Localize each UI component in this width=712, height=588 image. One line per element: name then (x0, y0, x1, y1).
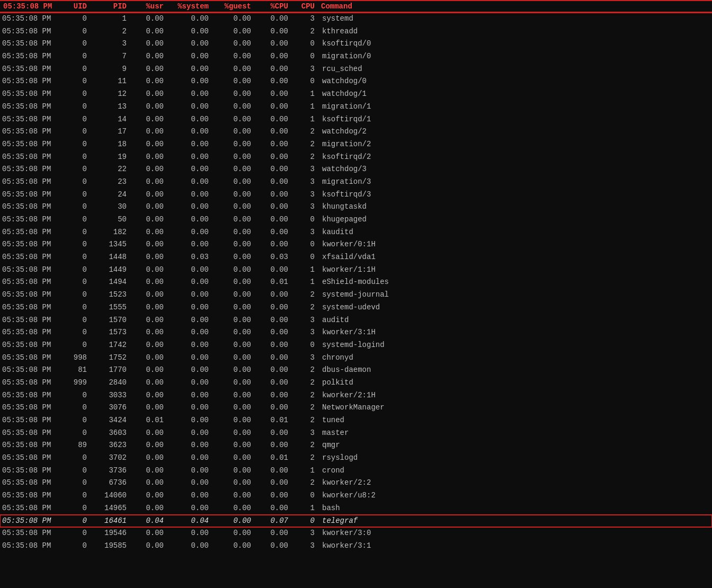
table-cell: 0.00 (130, 276, 167, 289)
table-cell: 22 (90, 163, 130, 176)
table-cell: 05:35:08 PM (0, 38, 61, 50)
table-cell: 0.00 (212, 477, 254, 489)
table-cell: khugepaged (318, 213, 712, 226)
table-cell: 0.00 (167, 12, 212, 25)
table-cell: 05:35:08 PM (0, 138, 61, 151)
table-cell: 2 (291, 377, 318, 389)
table-cell: auditd (318, 314, 712, 327)
col-header-uid: UID (61, 1, 90, 12)
table-cell: 05:35:08 PM (0, 364, 61, 377)
table-cell: 1 (90, 12, 130, 25)
table-cell: 1449 (90, 264, 130, 277)
table-cell: 0.00 (167, 452, 212, 465)
table-cell: 0.00 (212, 113, 254, 126)
table-cell: 0 (61, 251, 90, 264)
table-cell: 0.00 (212, 126, 254, 138)
table-cell: 0 (291, 38, 318, 50)
table-cell: 05:35:08 PM (0, 352, 61, 364)
table-row: 05:35:08 PM0500.000.000.000.000khugepage… (0, 213, 712, 226)
table-cell: migration/1 (318, 101, 712, 113)
table-cell: 0.00 (254, 12, 291, 25)
table-cell: 0.00 (167, 38, 212, 50)
table-cell: 0.00 (167, 289, 212, 301)
table-row: 05:35:08 PM014490.000.000.000.001kworker… (0, 264, 712, 277)
table-cell: 17 (90, 126, 130, 138)
table-cell: 0.00 (212, 38, 254, 50)
table-cell: telegraf (318, 515, 712, 528)
table-cell: 05:35:08 PM (0, 213, 61, 226)
table-cell: 05:35:08 PM (0, 489, 61, 502)
table-cell: master (318, 427, 712, 440)
table-row: 05:35:08 PM0140600.000.000.000.000kworke… (0, 489, 712, 502)
table-cell: 0.00 (167, 213, 212, 226)
table-cell: 0.00 (254, 402, 291, 414)
table-cell: 0.00 (130, 88, 167, 101)
table-cell: 0 (61, 75, 90, 88)
table-cell: 0 (291, 213, 318, 226)
table-cell: 2 (291, 138, 318, 151)
table-row: 05:35:08 PM01820.000.000.000.003kauditd (0, 226, 712, 239)
table-cell: 0 (61, 176, 90, 189)
table-cell: 0.00 (130, 465, 167, 477)
table-cell: 0.00 (212, 63, 254, 76)
table-cell: 0.00 (212, 502, 254, 515)
table-cell: 0.00 (212, 301, 254, 314)
table-cell: 05:35:08 PM (0, 452, 61, 465)
table-cell: 0.00 (254, 377, 291, 389)
table-cell: 0.00 (212, 88, 254, 101)
table-row: 05:35:08 PM067360.000.000.000.002kworker… (0, 477, 712, 489)
table-cell: 3424 (90, 414, 130, 427)
table-cell: 0.00 (254, 25, 291, 38)
table-cell: 0 (61, 502, 90, 515)
table-cell: 0 (61, 38, 90, 50)
table-cell: 05:35:08 PM (0, 238, 61, 251)
table-cell: 3736 (90, 465, 130, 477)
table-cell: 0.00 (167, 314, 212, 327)
table-cell: 1345 (90, 238, 130, 251)
table-cell: 0.00 (167, 176, 212, 189)
table-row: 05:35:08 PM036030.000.000.000.003master (0, 427, 712, 440)
table-cell: 0.00 (167, 402, 212, 414)
table-cell: 0.00 (212, 75, 254, 88)
table-cell: 0.00 (254, 213, 291, 226)
table-cell: 0.00 (254, 364, 291, 377)
table-cell: 0.00 (167, 439, 212, 452)
table-cell: NetworkManager (318, 402, 712, 414)
table-cell: 0 (61, 88, 90, 101)
table-row: 05:35:08 PM037360.000.000.000.001crond (0, 465, 712, 477)
table-cell: 0.00 (167, 226, 212, 239)
table-cell: 0.00 (130, 201, 167, 213)
table-row: 05:35:08 PM99817520.000.000.000.003chron… (0, 352, 712, 364)
table-row: 05:35:08 PM015700.000.000.000.003auditd (0, 314, 712, 327)
table-row: 05:35:08 PM0220.000.000.000.003watchdog/… (0, 163, 712, 176)
table-cell: 89 (61, 439, 90, 452)
table-cell: 0 (61, 201, 90, 213)
table-cell: 0 (61, 414, 90, 427)
col-header-pid: PID (90, 1, 130, 12)
table-cell: 0.00 (212, 515, 254, 528)
table-cell: 0 (61, 402, 90, 414)
table-cell: 0.00 (254, 50, 291, 63)
table-cell: systemd-logind (318, 339, 712, 352)
table-cell: 7 (90, 50, 130, 63)
col-header-guest: %guest (212, 1, 254, 12)
table-cell: 0.00 (212, 201, 254, 213)
table-cell: 3 (291, 12, 318, 25)
table-cell: 0 (61, 50, 90, 63)
table-cell: 3702 (90, 452, 130, 465)
table-cell: 2 (291, 151, 318, 164)
table-cell: 0 (61, 289, 90, 301)
table-cell: 0.00 (254, 163, 291, 176)
table-cell: 0.00 (130, 377, 167, 389)
table-cell: 23 (90, 176, 130, 189)
table-cell: 30 (90, 201, 130, 213)
table-cell: 0.00 (212, 238, 254, 251)
table-cell: 0.00 (167, 540, 212, 553)
table-cell: 05:35:08 PM (0, 264, 61, 277)
table-cell: 0.00 (130, 238, 167, 251)
table-cell: 3033 (90, 389, 130, 402)
table-cell: 2 (291, 389, 318, 402)
table-cell: chronyd (318, 352, 712, 364)
table-cell: 0.00 (254, 151, 291, 164)
table-cell: 0 (61, 12, 90, 25)
